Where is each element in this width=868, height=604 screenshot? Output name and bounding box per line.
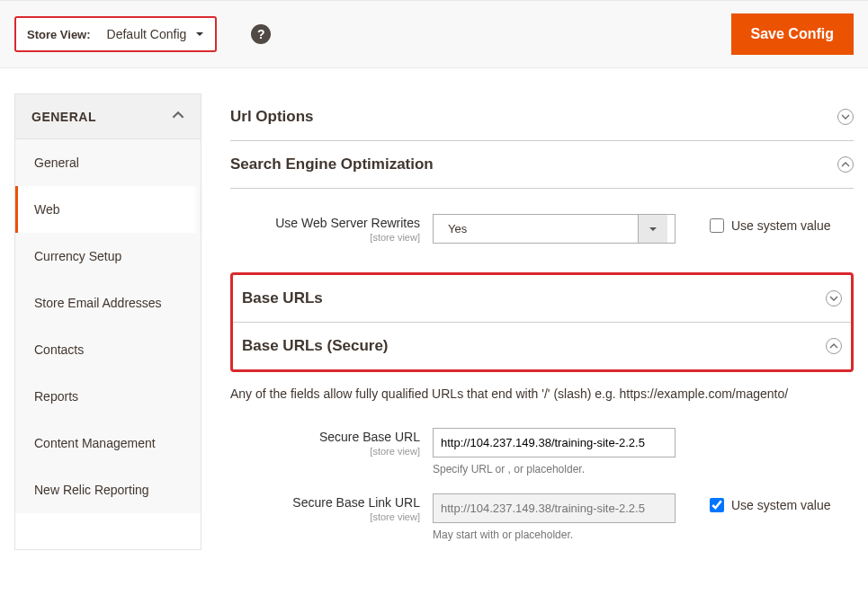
use-system-col: Use system value bbox=[676, 493, 830, 513]
section-title: Base URLs bbox=[242, 289, 323, 307]
sidebar-item-new-relic-reporting[interactable]: New Relic Reporting bbox=[15, 466, 201, 513]
seo-section-body: Use Web Server Rewrites [store view] Yes… bbox=[230, 189, 854, 262]
main: GENERAL General Web Currency Setup Store… bbox=[0, 68, 868, 550]
sidebar-item-general[interactable]: General bbox=[15, 139, 201, 186]
web-server-rewrites-select[interactable]: Yes bbox=[433, 214, 676, 244]
chevron-up-icon bbox=[826, 338, 842, 354]
field-label-col: Secure Base URL [store view] bbox=[230, 428, 433, 457]
field-scope: [store view] bbox=[230, 446, 420, 457]
section-title: Search Engine Optimization bbox=[230, 155, 434, 173]
secure-help-text: Any of the fields allow fully qualified … bbox=[230, 372, 854, 419]
use-system-col: Use system value bbox=[676, 214, 830, 234]
field-scope: [store view] bbox=[230, 232, 420, 243]
section-seo[interactable]: Search Engine Optimization bbox=[230, 141, 854, 189]
section-title: Base URLs (Secure) bbox=[242, 337, 389, 355]
field-note: May start with or placeholder. bbox=[433, 528, 676, 541]
field-label: Secure Base Link URL bbox=[292, 495, 420, 510]
help-icon[interactable]: ? bbox=[251, 24, 271, 44]
store-view-select[interactable]: Default Config bbox=[107, 27, 205, 41]
sidebar-item-store-email-addresses[interactable]: Store Email Addresses bbox=[15, 280, 201, 326]
section-url-options[interactable]: Url Options bbox=[230, 93, 854, 141]
store-view-label: Store View: bbox=[27, 28, 91, 41]
base-urls-highlight: Base URLs Base URLs (Secure) bbox=[230, 272, 854, 372]
save-config-button[interactable]: Save Config bbox=[731, 13, 854, 55]
secure-base-link-url-input[interactable] bbox=[433, 493, 676, 523]
chevron-up-icon bbox=[172, 109, 184, 124]
field-label: Secure Base URL bbox=[319, 430, 420, 444]
use-system-checkbox[interactable] bbox=[710, 218, 724, 233]
use-system-label: Use system value bbox=[731, 497, 830, 513]
sidebar-group-label: GENERAL bbox=[31, 110, 96, 124]
sidebar: GENERAL General Web Currency Setup Store… bbox=[14, 93, 201, 550]
field-scope: [store view] bbox=[230, 511, 420, 522]
store-view-scope-box: Store View: Default Config bbox=[14, 16, 217, 52]
field-label-col: Secure Base Link URL [store view] bbox=[230, 493, 433, 522]
field-input-col: Specify URL or , or placeholder. bbox=[433, 428, 676, 475]
caret-down-icon bbox=[638, 215, 667, 243]
row-secure-base-link-url: Secure Base Link URL [store view] May st… bbox=[230, 484, 854, 550]
section-title: Url Options bbox=[230, 108, 314, 126]
sidebar-item-contacts[interactable]: Contacts bbox=[15, 326, 201, 373]
sidebar-item-reports[interactable]: Reports bbox=[15, 373, 201, 420]
store-view-value: Default Config bbox=[107, 27, 187, 41]
field-input-col: Yes bbox=[433, 214, 676, 244]
field-note: Specify URL or , or placeholder. bbox=[433, 463, 676, 475]
content: Url Options Search Engine Optimization U… bbox=[201, 93, 854, 550]
sidebar-item-currency-setup[interactable]: Currency Setup bbox=[15, 233, 201, 280]
sidebar-item-content-management[interactable]: Content Management bbox=[15, 420, 201, 466]
field-label: Use Web Server Rewrites bbox=[275, 216, 420, 230]
row-web-server-rewrites: Use Web Server Rewrites [store view] Yes… bbox=[230, 205, 854, 253]
chevron-down-icon bbox=[837, 109, 854, 125]
chevron-up-icon bbox=[837, 156, 854, 173]
config-header: Store View: Default Config ? Save Config bbox=[0, 0, 868, 68]
section-base-urls-secure[interactable]: Base URLs (Secure) bbox=[233, 323, 851, 369]
row-secure-base-url: Secure Base URL [store view] Specify URL… bbox=[230, 419, 854, 484]
chevron-down-icon bbox=[826, 290, 842, 306]
section-base-urls[interactable]: Base URLs bbox=[233, 275, 851, 323]
sidebar-group-general[interactable]: GENERAL bbox=[15, 94, 201, 139]
select-value: Yes bbox=[441, 222, 638, 235]
field-input-col: May start with or placeholder. bbox=[433, 493, 676, 541]
field-label-col: Use Web Server Rewrites [store view] bbox=[230, 214, 433, 243]
secure-base-url-input[interactable] bbox=[433, 428, 676, 457]
use-system-label: Use system value bbox=[731, 218, 830, 234]
use-system-checkbox[interactable] bbox=[710, 498, 724, 512]
sidebar-item-web[interactable]: Web bbox=[15, 186, 201, 233]
caret-down-icon bbox=[195, 27, 204, 41]
